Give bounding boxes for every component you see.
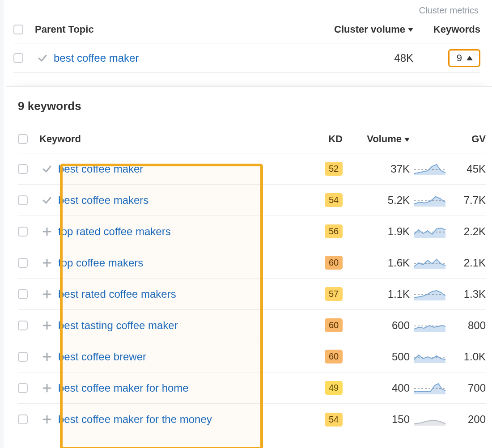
sparkline-icon xyxy=(414,382,445,394)
keyword-link[interactable]: best coffee brewer xyxy=(58,351,311,363)
expanded-panel-title: 9 keywords xyxy=(18,87,486,125)
keyword-link[interactable]: top coffee makers xyxy=(58,257,311,269)
table-row: best rated coffee makers 57 1.1K 1.3K xyxy=(18,279,486,310)
column-header-volume[interactable]: Volume xyxy=(343,133,410,145)
column-header-cluster-volume[interactable]: Cluster volume xyxy=(315,24,413,35)
checkbox-icon xyxy=(18,164,28,174)
table-row: best coffee maker for the money 54 150 2… xyxy=(18,404,486,435)
row-select[interactable] xyxy=(18,352,36,362)
gv-value: 1.0K xyxy=(450,351,486,363)
select-all-keywords[interactable] xyxy=(18,134,36,144)
kd-badge: 60 xyxy=(325,350,343,363)
volume-value: 1.6K xyxy=(343,257,410,269)
row-select[interactable] xyxy=(18,195,36,205)
plus-icon[interactable] xyxy=(36,351,58,362)
select-all-parent[interactable] xyxy=(13,25,31,34)
volume-value: 150 xyxy=(343,413,410,426)
keyword-link[interactable]: best coffee maker xyxy=(58,163,311,175)
checkbox-icon xyxy=(18,227,28,237)
kd-badge: 56 xyxy=(325,224,343,238)
volume-value: 1.1K xyxy=(343,288,410,300)
plus-icon[interactable] xyxy=(36,289,58,300)
table-row: best tasting coffee maker 60 600 800 xyxy=(18,310,486,341)
keywords-header-row: Keyword KD Volume GV xyxy=(18,125,486,153)
keywords-rows: best coffee maker 52 37K 45K best coffee… xyxy=(18,153,486,435)
keyword-link[interactable]: best coffee maker for home xyxy=(58,382,311,394)
checkbox-icon xyxy=(18,414,28,424)
volume-value: 500 xyxy=(343,351,410,363)
column-header-keyword[interactable]: Keyword xyxy=(39,133,311,145)
column-header-kd[interactable]: KD xyxy=(311,133,343,145)
row-select[interactable] xyxy=(18,289,36,299)
keyword-link[interactable]: best coffee maker for the money xyxy=(58,413,311,426)
plus-icon[interactable] xyxy=(36,414,58,425)
left-rail xyxy=(0,0,4,448)
volume-value: 400 xyxy=(343,382,410,394)
keyword-link[interactable]: best coffee makers xyxy=(58,194,311,207)
sparkline-icon xyxy=(414,319,445,332)
sparkline-icon xyxy=(414,413,445,426)
gv-value: 2.1K xyxy=(450,257,486,269)
column-header-gv[interactable]: GV xyxy=(450,133,486,145)
keywords-expanded-panel: 9 keywords Keyword KD Volume GV best cof… xyxy=(6,86,492,448)
row-select[interactable] xyxy=(13,53,31,63)
kd-badge: 54 xyxy=(325,413,343,427)
table-row: top rated coffee makers 56 1.9K 2.2K xyxy=(18,216,486,247)
parent-topic-link[interactable]: best coffee maker xyxy=(54,52,315,64)
row-select[interactable] xyxy=(18,258,36,268)
kd-badge: 57 xyxy=(325,287,343,301)
kd-badge: 60 xyxy=(325,256,343,270)
plus-icon[interactable] xyxy=(36,383,58,393)
kd-badge: 49 xyxy=(325,381,343,395)
keyword-link[interactable]: best rated coffee makers xyxy=(58,288,311,300)
checkbox-icon xyxy=(18,134,28,144)
trend-sparkline xyxy=(410,257,450,269)
parent-topic-row: best coffee maker 48K 9 xyxy=(13,43,480,73)
kd-badge: 60 xyxy=(325,318,343,332)
column-header-volume-label: Volume xyxy=(367,133,402,145)
row-select[interactable] xyxy=(18,164,36,174)
sparkline-icon xyxy=(414,257,445,269)
plus-icon[interactable] xyxy=(36,226,58,237)
column-header-keywords[interactable]: Keywords xyxy=(413,24,480,35)
trend-sparkline xyxy=(410,194,450,207)
column-header-cluster-volume-label: Cluster volume xyxy=(334,24,405,35)
sparkline-icon xyxy=(414,194,445,207)
plus-icon[interactable] xyxy=(36,320,58,331)
sort-desc-icon xyxy=(404,138,410,142)
keywords-count-toggle[interactable]: 9 xyxy=(448,49,480,67)
volume-value: 37K xyxy=(343,163,410,175)
checkbox-icon xyxy=(18,321,28,330)
trend-sparkline xyxy=(410,319,450,332)
gv-value: 1.3K xyxy=(450,288,486,300)
row-select[interactable] xyxy=(18,383,36,393)
table-row: best coffee brewer 60 500 1.0K xyxy=(18,341,486,372)
checkbox-icon xyxy=(13,25,23,34)
parent-topic-header-row: Parent Topic Cluster volume Keywords xyxy=(13,16,480,43)
sort-desc-icon xyxy=(408,28,413,32)
checkbox-icon xyxy=(18,258,28,268)
sparkline-icon xyxy=(414,225,445,238)
column-header-parent-topic[interactable]: Parent Topic xyxy=(35,24,315,35)
trend-sparkline xyxy=(410,163,450,175)
plus-icon[interactable] xyxy=(36,258,58,268)
keyword-link[interactable]: best tasting coffee maker xyxy=(58,319,311,332)
gv-value: 2.2K xyxy=(450,225,486,238)
caret-up-icon xyxy=(467,56,473,60)
trend-sparkline xyxy=(410,382,450,394)
row-select[interactable] xyxy=(18,321,36,330)
sparkline-icon xyxy=(414,163,445,175)
keyword-link[interactable]: top rated coffee makers xyxy=(58,225,311,238)
row-select[interactable] xyxy=(18,414,36,424)
trend-sparkline xyxy=(410,288,450,300)
check-icon[interactable] xyxy=(36,195,58,206)
check-icon xyxy=(31,53,54,63)
keywords-count-value: 9 xyxy=(457,52,462,64)
row-select[interactable] xyxy=(18,227,36,237)
trend-sparkline xyxy=(410,225,450,238)
sparkline-icon xyxy=(414,288,445,300)
volume-value: 600 xyxy=(343,319,410,332)
checkbox-icon xyxy=(18,352,28,362)
check-icon[interactable] xyxy=(36,164,58,174)
checkbox-icon xyxy=(18,195,28,205)
